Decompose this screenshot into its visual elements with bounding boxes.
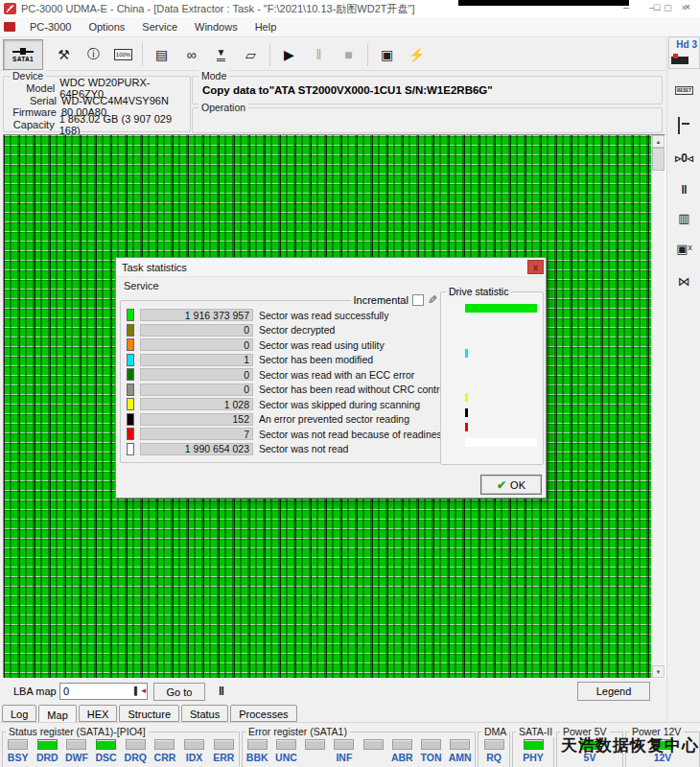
goto-button[interactable]: Go to — [153, 683, 205, 701]
register-bit: DRQ — [121, 739, 150, 763]
screen-artifact-strip — [458, 0, 629, 6]
minimize-button[interactable]: – — [619, 1, 633, 12]
led-indicator — [305, 739, 325, 750]
register-bit: INF — [330, 739, 359, 763]
lba-mode-icon[interactable]: ▌◄ — [134, 686, 148, 695]
chart-pencil-icon[interactable]: ✎ — [428, 293, 437, 307]
chip-ports-button[interactable]: ▥ — [667, 211, 700, 225]
filter-button[interactable]: ▼ — [206, 41, 236, 68]
map-scrollbar[interactable]: ▲ ▼ — [651, 135, 665, 678]
menu-item[interactable]: Help — [246, 19, 286, 35]
reset-button[interactable]: RESET — [667, 86, 700, 95]
drive-bar — [465, 408, 468, 417]
led-indicator — [214, 739, 234, 750]
menu-item[interactable]: Options — [80, 19, 133, 35]
mode-value: Copy data to"ATA ST2000VX000-1CU1 S/N:W1… — [202, 84, 493, 96]
stop-button[interactable]: ■ — [334, 41, 363, 68]
led-indicator — [276, 739, 296, 750]
view-tab[interactable]: HEX — [79, 705, 118, 722]
dialog-menu-service[interactable]: Service — [116, 280, 167, 291]
hd3-button[interactable]: Hd 3 — [668, 36, 700, 69]
open-task-button[interactable]: ▱ — [236, 41, 266, 68]
map-pause-icon[interactable]: ‖ — [219, 685, 224, 698]
register-bit: DSC — [92, 739, 121, 763]
chip-icon: ▥ — [678, 211, 689, 225]
valve-button[interactable]: ⋈ — [667, 274, 700, 289]
binoculars-icon: ∞ — [187, 47, 197, 62]
value-bar: 1 916 373 957 — [140, 309, 253, 321]
pause-button[interactable]: ‖ — [304, 41, 334, 68]
resources-button[interactable]: ⓘ — [79, 41, 108, 68]
color-swatch — [127, 324, 134, 337]
dialog-close-icon[interactable]: x — [527, 260, 544, 274]
menu-item[interactable]: Windows — [186, 19, 246, 35]
valve-icon: ⋈ — [678, 274, 690, 289]
view-tab[interactable]: Status — [181, 705, 228, 722]
view-tab[interactable]: Structure — [119, 705, 179, 722]
start-button[interactable]: ▶ — [274, 41, 304, 68]
sata1-port-button[interactable]: SATA1 — [3, 39, 43, 70]
mdi-close-button[interactable]: × — [682, 3, 687, 12]
register-bit: IDX — [180, 739, 209, 763]
led-indicator — [392, 739, 412, 750]
drive-bar-slot — [465, 302, 537, 314]
statistic-row: 0 Sector was read with an ECC error — [127, 368, 468, 381]
process-button[interactable]: ⚡ — [402, 41, 432, 68]
register-bit: AMN — [446, 739, 475, 763]
value-bar: 152 — [140, 413, 253, 426]
oscilloscope-button[interactable] — [667, 117, 700, 134]
led-indicator — [8, 739, 28, 750]
reset-icon: RESET — [675, 86, 693, 95]
register-bit: CRR — [151, 739, 179, 763]
jog-zero-button[interactable]: ▹0◃ — [667, 151, 700, 165]
statistics-group: Incremental ✎ 1 916 373 957 Sector was r… — [120, 300, 446, 463]
register-bit: UNC — [271, 739, 300, 763]
value-bar: 0 — [140, 338, 253, 351]
drive-bar-slot — [465, 436, 537, 449]
color-swatch — [127, 368, 134, 381]
led-indicator — [66, 739, 86, 750]
device-field-row: Serial WD-WCC4M4VSY96N — [4, 95, 190, 107]
task-percent-button[interactable]: 100% — [108, 41, 138, 68]
tools-button[interactable]: ⚒ — [49, 41, 79, 68]
view-tabs: Log Map HEX Structure Status Processes — [0, 705, 667, 722]
search-button[interactable]: ∞ — [176, 41, 206, 68]
register-bit: BBK — [243, 739, 271, 763]
led-indicator — [334, 739, 354, 750]
statistic-row: 7 Sector was not read because of readine… — [127, 428, 468, 440]
map-editor-button[interactable]: ▤ — [147, 41, 176, 68]
drive-bar — [465, 393, 468, 402]
value-bar: 0 — [140, 384, 253, 396]
ok-button[interactable]: ✔ OK — [480, 475, 542, 495]
pause-icon: ‖ — [316, 47, 322, 62]
mdi-minimize-button[interactable]: – — [649, 3, 654, 12]
value-bar: 0 — [140, 324, 253, 337]
menu-item[interactable]: Service — [133, 19, 186, 35]
clear-copies-button[interactable]: ▣ˣ — [667, 242, 700, 256]
register-bit: TON — [417, 739, 446, 763]
drive-bar-slot — [465, 407, 537, 419]
head-icon — [671, 57, 688, 64]
register-bit: PHY — [519, 739, 548, 763]
objects-icon: ▤ — [155, 47, 168, 62]
incremental-checkbox[interactable] — [412, 294, 424, 306]
copy-data-button[interactable]: ▣ — [372, 41, 402, 68]
scroll-down-icon[interactable]: ▼ — [652, 665, 665, 678]
scroll-up-icon[interactable]: ▲ — [652, 135, 665, 148]
sidebar-pause-button[interactable]: ‖ — [667, 182, 700, 197]
register-bit: RQ — [479, 739, 508, 763]
led-indicator — [363, 739, 384, 750]
drive-bar-slot — [465, 347, 537, 360]
mdi-restore-button[interactable]: ▢ — [664, 3, 672, 12]
view-tab[interactable]: Log — [2, 705, 36, 722]
legend-button[interactable]: Legend — [577, 682, 650, 701]
drive-bar-slot — [465, 377, 537, 389]
led-indicator — [421, 739, 441, 750]
value-bar: 7 — [140, 428, 253, 440]
statistic-row: 1 916 373 957 Sector was read successful… — [127, 309, 468, 321]
menu-item[interactable]: PC-3000 — [21, 19, 80, 35]
folder-export-icon: ▱ — [245, 47, 256, 62]
scroll-thumb[interactable] — [652, 148, 665, 171]
register-bit: DRD — [33, 739, 61, 763]
view-tab[interactable]: Processes — [230, 705, 296, 722]
